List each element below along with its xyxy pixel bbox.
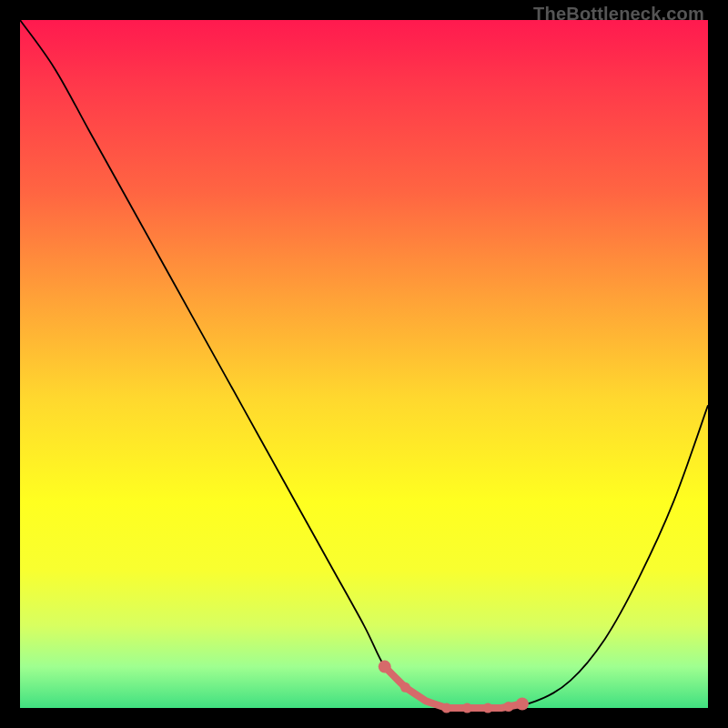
- bottleneck-curve: [20, 20, 708, 709]
- highlight-marker: [516, 698, 529, 711]
- highlight-marker: [400, 682, 410, 693]
- chart-container: TheBottleneck.com: [0, 0, 728, 728]
- highlight-marker: [483, 703, 493, 713]
- highlight-marker: [441, 703, 451, 713]
- plot-area: [20, 20, 708, 708]
- highlight-marker: [462, 703, 472, 713]
- curve-svg: [20, 20, 708, 708]
- highlight-marker: [379, 661, 391, 673]
- highlight-marker: [503, 702, 513, 712]
